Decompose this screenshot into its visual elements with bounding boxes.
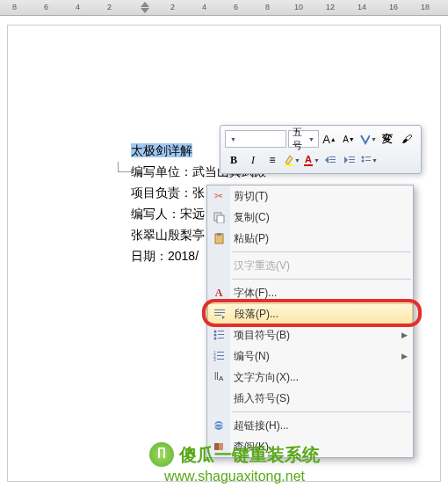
svg-rect-18 <box>214 312 225 313</box>
submenu-arrow-icon: ▶ <box>401 331 408 339</box>
watermark-url: www.shaguaxitong.net <box>149 469 320 484</box>
svg-rect-31 <box>217 359 224 360</box>
svg-point-22 <box>214 338 217 340</box>
paste-icon <box>211 230 227 246</box>
svg-rect-3 <box>329 156 336 157</box>
font-icon: A <box>211 285 227 301</box>
brush-icon: 🖌 <box>401 133 412 145</box>
svg-rect-12 <box>365 160 371 161</box>
watermark-logo-icon <box>149 442 174 467</box>
menu-cut[interactable]: ✂ 剪切(T) <box>207 186 413 207</box>
svg-rect-6 <box>349 156 355 157</box>
numbering-icon: 123 <box>211 348 227 364</box>
cut-icon: ✂ <box>211 188 227 204</box>
svg-rect-7 <box>349 159 355 160</box>
svg-rect-25 <box>218 338 224 338</box>
svg-rect-11 <box>365 156 371 157</box>
svg-rect-16 <box>217 233 221 236</box>
svg-point-20 <box>214 331 217 333</box>
left-indent-marker[interactable] <box>141 8 149 13</box>
svg-rect-17 <box>214 309 225 310</box>
svg-point-34 <box>214 421 223 430</box>
bold-button[interactable]: B <box>225 151 242 169</box>
svg-rect-24 <box>218 334 224 335</box>
svg-point-9 <box>362 156 365 159</box>
text-direction-icon: ||A <box>211 369 227 385</box>
first-line-indent-marker[interactable] <box>141 2 149 7</box>
hyperlink-icon <box>211 418 227 433</box>
svg-text:||: || <box>214 371 219 380</box>
submenu-arrow-icon: ▶ <box>401 352 408 360</box>
menu-separator <box>232 279 411 280</box>
svg-rect-19 <box>214 315 221 316</box>
menu-insert-symbol[interactable]: 插入符号(S) <box>207 388 413 409</box>
svg-text:3: 3 <box>213 357 216 362</box>
menu-text-direction[interactable]: ||A 文字方向(X)... <box>207 367 413 388</box>
menu-paragraph[interactable]: 段落(P)... <box>207 303 413 324</box>
horizontal-ruler: 8 6 4 2 2 4 6 8 10 12 14 16 18 <box>0 0 448 16</box>
svg-point-21 <box>214 334 217 337</box>
grow-font-button[interactable]: A▲ <box>321 130 338 148</box>
menu-copy[interactable]: 复制(C) <box>207 207 413 228</box>
context-menu: ✂ 剪切(T) 复制(C) 粘贴(P) 汉字重选(V) A 字体(F)... 段… <box>206 185 414 458</box>
svg-rect-30 <box>217 355 224 356</box>
svg-rect-4 <box>329 159 336 160</box>
menu-bullets[interactable]: 项目符号(B) ▶ <box>207 324 413 346</box>
svg-rect-29 <box>217 352 224 353</box>
svg-rect-8 <box>349 162 355 163</box>
menu-paste[interactable]: 粘贴(P) <box>207 228 413 249</box>
svg-rect-0 <box>285 164 293 166</box>
decrease-indent-button[interactable] <box>322 151 339 169</box>
svg-rect-2 <box>304 164 313 166</box>
style-button[interactable]: ▼ <box>359 130 377 148</box>
bullets-button[interactable]: ▼ <box>360 151 378 169</box>
svg-text:A: A <box>305 154 312 164</box>
font-size-combo[interactable]: 五号▼ <box>288 130 319 148</box>
svg-text:A: A <box>219 375 224 382</box>
highlight-color-button[interactable]: ▼ <box>283 151 300 169</box>
shrink-font-button[interactable]: A▼ <box>340 130 358 148</box>
mini-toolbar: ▼ 五号▼ A▲ A▼ ▼ 変 🖌 B I ≡ ▼ A▼ ▼ <box>220 125 422 174</box>
paragraph-icon <box>212 306 228 322</box>
watermark-brand: 傻瓜一键重装系统 <box>179 443 320 467</box>
selected-text[interactable]: 太极剑详解 <box>131 143 192 157</box>
center-align-button[interactable]: ≡ <box>264 151 281 169</box>
italic-button[interactable]: I <box>244 151 262 169</box>
svg-point-10 <box>362 160 365 163</box>
menu-numbering[interactable]: 123 编号(N) ▶ <box>207 346 413 367</box>
menu-font[interactable]: A 字体(F)... <box>207 282 413 303</box>
copy-icon <box>211 209 227 225</box>
svg-rect-23 <box>218 331 224 331</box>
watermark: 傻瓜一键重装系统 www.shaguaxitong.net <box>149 442 320 484</box>
phonetic-guide-button[interactable]: 変 <box>379 130 396 148</box>
menu-separator <box>232 411 411 412</box>
increase-indent-button[interactable] <box>341 151 358 169</box>
menu-hyperlink[interactable]: 超链接(H)... <box>207 415 413 436</box>
svg-rect-5 <box>329 162 336 163</box>
font-name-combo[interactable]: ▼ <box>225 130 286 148</box>
svg-rect-14 <box>217 215 224 223</box>
font-color-button[interactable]: A▼ <box>302 151 320 169</box>
page-margin-corner <box>118 162 132 172</box>
menu-reconvert: 汉字重选(V) <box>207 255 413 276</box>
menu-separator <box>232 251 411 252</box>
bullets-icon <box>211 327 227 343</box>
format-painter-button[interactable]: 🖌 <box>398 130 415 148</box>
